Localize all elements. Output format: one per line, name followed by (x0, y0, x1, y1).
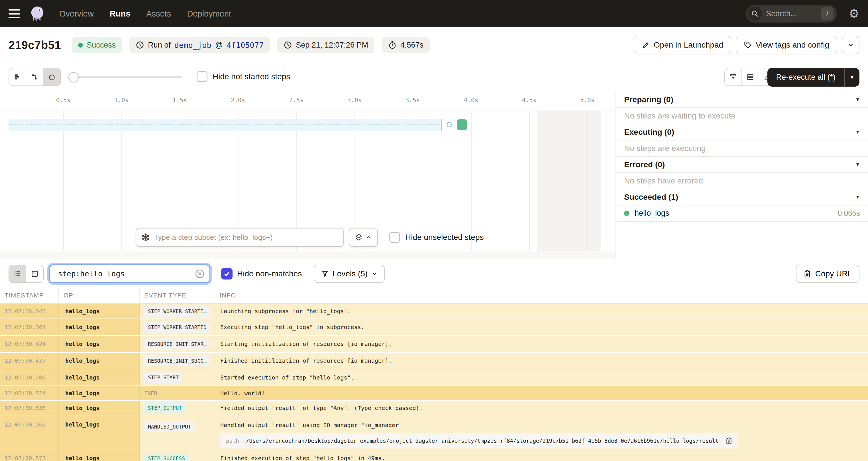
log-row[interactable]: 12:07:26.643 hello_logs STEP_WORKER_STAR… (0, 304, 868, 319)
hide-unselected-label: Hide unselected steps (405, 233, 484, 242)
log-filter-field[interactable] (49, 265, 210, 283)
log-row[interactable]: 12:07:30.364 hello_logs STEP_WORKER_STAR… (0, 319, 868, 336)
copy-path-icon[interactable] (725, 437, 733, 444)
hide-not-started-label: Hide not started steps (213, 72, 290, 81)
after-run-shade (537, 111, 601, 251)
list-view-icon (13, 270, 21, 278)
log-structured-view-button[interactable] (26, 265, 43, 282)
search-icon (748, 6, 762, 21)
log-row[interactable]: 12:07:30.508 hello_logs STEP_START Start… (0, 369, 868, 386)
nav-item-overview[interactable]: Overview (59, 9, 94, 19)
flat-view-button[interactable] (9, 68, 26, 86)
log-filter-input[interactable] (58, 270, 195, 278)
graph-query-toggle-button[interactable] (349, 228, 378, 247)
duration-pill: 4.567s (382, 37, 430, 53)
col-timestamp: TIMESTAMP (0, 288, 59, 303)
section-succeeded[interactable]: Succeeded (1)▼ (616, 189, 868, 206)
levels-dropdown[interactable]: Levels (5) (314, 265, 385, 283)
gantt-footer-strip (0, 251, 616, 259)
hide-unselected-checkbox[interactable] (389, 232, 400, 243)
timing-view-button[interactable] (43, 68, 60, 86)
header-more-actions-button[interactable] (842, 36, 860, 54)
success-dot-icon (78, 43, 83, 48)
waterfall-icon (31, 73, 38, 81)
col-event-type: EVENT TYPE (140, 288, 215, 303)
hide-non-matches-checkbox[interactable] (221, 268, 232, 279)
event-type-chip: RESOURCE_INIT_STAR… (144, 338, 210, 349)
nav-item-runs[interactable]: Runs (110, 9, 130, 19)
section-errored[interactable]: Errored (0)▼ (616, 157, 868, 173)
event-type-chip: STEP_WORKER_STARTI… (144, 306, 210, 317)
run-of-pill: Run of demo_job @ 4f105077 (129, 37, 270, 53)
caret-up-icon (366, 234, 372, 241)
search-input[interactable] (762, 9, 821, 18)
step-subset-input[interactable] (154, 233, 338, 242)
hide-not-started-checkbox[interactable] (197, 71, 208, 82)
pencil-icon (642, 41, 650, 49)
gantt-zoom-slider-handle[interactable] (68, 72, 79, 82)
layers-icon (355, 233, 363, 241)
waterfall-view-button[interactable] (26, 68, 43, 86)
split-panels-button[interactable] (742, 68, 759, 86)
log-row[interactable]: 12:07:30.535 hello_logs STEP_OUTPUT Yiel… (0, 401, 868, 416)
reexecute-all-button[interactable]: Re-execute all (*) ▾ (767, 68, 860, 87)
col-info: INFO (215, 288, 868, 303)
timestamp-pill: Sep 21, 12:07:26 PM (277, 37, 374, 53)
log-row[interactable]: 12:07:30.437 hello_logs RESOURCE_INIT_SU… (0, 353, 868, 369)
dagster-logo-icon[interactable] (29, 5, 46, 23)
log-view-mode-group (8, 265, 44, 283)
reexecute-dropdown-caret[interactable]: ▾ (845, 68, 860, 87)
chevron-down-icon: ▼ (855, 97, 860, 102)
history-icon (136, 41, 144, 49)
log-table: TIMESTAMP OP EVENT TYPE INFO 12:07:26.64… (0, 288, 868, 461)
job-link[interactable]: demo_job (175, 41, 212, 50)
gantt-view-mode-group (8, 68, 61, 86)
commit-link[interactable]: 4f105077 (226, 41, 264, 50)
log-list-view-button[interactable] (9, 265, 26, 282)
step-waiting-band (8, 119, 442, 131)
log-row[interactable]: 12:07:30.524 hello_logs INFO Hello, worl… (0, 386, 868, 401)
output-path-link[interactable]: /Users/erincochran/Desktop/dagster-examp… (246, 438, 719, 444)
step-subset-field[interactable] (136, 228, 344, 247)
hamburger-menu-icon[interactable] (8, 9, 20, 18)
global-search[interactable]: / (746, 5, 837, 23)
structured-view-icon (31, 270, 39, 278)
log-table-header: TIMESTAMP OP EVENT TYPE INFO (0, 288, 868, 304)
gantt-zoom-slider[interactable] (72, 76, 182, 79)
step-execution-bar[interactable] (457, 119, 467, 130)
gantt-section: Hide not started steps Re-execute all (*… (0, 63, 868, 259)
gear-icon[interactable]: ⚙ (848, 8, 860, 20)
nav-item-deployment[interactable]: Deployment (187, 9, 231, 19)
panel-collapse-down-icon (729, 73, 737, 81)
open-in-launchpad-button[interactable]: Open in Launchpad (634, 36, 731, 54)
event-type-chip: STEP_OUTPUT (144, 402, 186, 413)
step-start-marker (447, 122, 452, 127)
log-row[interactable]: 12:07:30.573 hello_logs STEP_SUCCESS Fin… (0, 450, 868, 461)
log-row[interactable]: 12:07:30.562 hello_logs HANDLED_OUTPUT H… (0, 416, 868, 450)
nav-item-assets[interactable]: Assets (146, 9, 171, 19)
output-path-box: path /Users/erincochran/Desktop/dagster-… (220, 433, 738, 449)
run-status-panel: Preparing (0)▼ No steps are waiting to e… (616, 92, 868, 259)
event-type-chip: STEP_WORKER_STARTED (144, 322, 210, 333)
succeeded-step-row[interactable]: hello_logs 0.065s (616, 206, 868, 222)
collapse-bottom-panel-button[interactable] (725, 68, 742, 86)
split-panels-icon (746, 73, 754, 81)
filter-funnel-icon (321, 270, 329, 278)
preparing-empty-state: No steps are waiting to execute (616, 108, 868, 124)
section-executing[interactable]: Executing (0)▼ (616, 124, 868, 141)
log-row[interactable]: 12:07:30.424 hello_logs RESOURCE_INIT_ST… (0, 336, 868, 353)
copy-url-button[interactable]: Copy URL (796, 265, 860, 283)
flat-list-icon (14, 73, 21, 81)
section-preparing[interactable]: Preparing (0)▼ (616, 92, 868, 108)
search-shortcut-badge: / (821, 7, 833, 20)
status-badge: Success (72, 37, 122, 53)
event-type-chip: STEP_START (144, 372, 182, 383)
clear-filter-icon[interactable] (195, 269, 205, 279)
event-type-chip: HANDLED_OUTPUT (144, 421, 195, 432)
step-duration: 0.065s (838, 209, 860, 218)
page-title: 219c7b51 (8, 39, 61, 52)
view-tags-config-button[interactable]: View tags and config (736, 36, 837, 54)
log-section: Hide non-matches Levels (5) Copy URL TIM… (0, 259, 868, 461)
step-success-dot-icon (624, 211, 629, 216)
col-op: OP (59, 288, 140, 303)
